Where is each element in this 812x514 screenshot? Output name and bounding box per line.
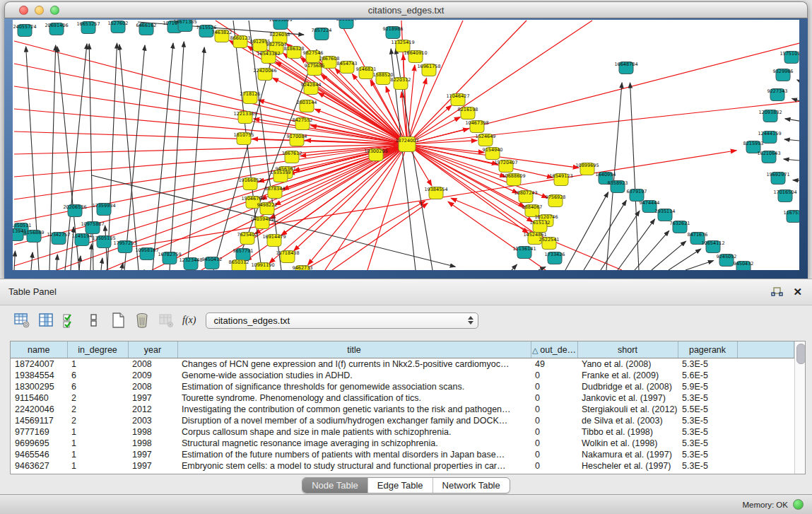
graph-node[interactable]: 2803144	[297, 100, 317, 112]
table-cell[interactable]: Franke et al. (2009)	[577, 370, 678, 381]
table-cell[interactable]: Dudbridge et al. (2008)	[577, 381, 678, 392]
table-cell[interactable]: 1	[67, 460, 128, 472]
table-cell[interactable]: 0	[531, 415, 577, 426]
graph-node[interactable]: 9227343	[767, 88, 788, 101]
graph-node[interactable]: 17016504	[773, 189, 796, 202]
table-cell[interactable]: 1997	[128, 460, 177, 472]
graph-node[interactable]: 6466162	[136, 23, 157, 35]
table-cell[interactable]: 14569117	[11, 415, 67, 426]
graph-node[interactable]: 9657791	[233, 248, 254, 261]
table-settings-icon[interactable]	[13, 311, 31, 329]
graph-node[interactable]: 16653257	[76, 21, 100, 34]
graph-node[interactable]: 9242844	[301, 82, 322, 95]
delete-table-icon[interactable]	[133, 311, 151, 329]
graph-node[interactable]: 2522541	[539, 237, 560, 250]
memory-status-icon[interactable]	[793, 499, 804, 510]
graph-node[interactable]: 16543382	[257, 51, 280, 64]
table-row[interactable]: 911546021997Tourette syndrome. Phenomeno…	[11, 392, 794, 404]
graph-node[interactable]: 12323448	[179, 257, 202, 270]
graph-node[interactable]: 1615132	[530, 220, 551, 233]
graph-node[interactable]: 1527602	[108, 21, 129, 33]
graph-node[interactable]: 8650312	[229, 259, 249, 270]
table-cell[interactable]	[737, 438, 794, 449]
table-row[interactable]: 1456911722003Disruption of a novel membe…	[11, 415, 794, 426]
table-cell[interactable]: 9699695	[11, 438, 67, 449]
table-cell[interactable]: 22420046	[11, 404, 67, 415]
table-cell[interactable]: 0	[531, 438, 577, 449]
table-cell[interactable]: 0	[531, 426, 577, 438]
table-row[interactable]: 1830029562008Estimation of significance …	[11, 381, 794, 392]
table-row[interactable]: 1938455462009Genome-wide association stu…	[11, 370, 794, 381]
table-cell[interactable]: 1	[67, 358, 128, 370]
graph-node[interactable]: 16961758	[417, 64, 440, 76]
graph-node[interactable]: 9170084	[287, 134, 307, 146]
graph-node[interactable]: 7625402	[237, 232, 258, 245]
table-cell[interactable]: 5.5E-5	[678, 404, 737, 415]
table-row[interactable]: 1872400712008Changes of HCN gene express…	[11, 358, 794, 370]
table-cell[interactable]: Structural magnetic resonance image aver…	[177, 438, 531, 449]
graph-node[interactable]: 9450412	[202, 257, 223, 269]
table-cell[interactable]: 0	[531, 404, 577, 415]
table-cell[interactable]: Jankovic et al. (1997)	[577, 392, 678, 404]
graph-node[interactable]: 10654112	[701, 240, 724, 253]
graph-node[interactable]: 1733426	[545, 252, 565, 264]
graph-node[interactable]: 10975887	[81, 221, 104, 234]
graph-node[interactable]: 8220312	[391, 77, 411, 90]
table-cell[interactable]: 5.3E-5	[678, 460, 737, 472]
table-cell[interactable]: 1	[67, 426, 128, 438]
graph-node[interactable]: 1535359	[271, 170, 291, 182]
graph-node[interactable]: 15751074	[779, 51, 799, 64]
table-cell[interactable]	[737, 460, 794, 472]
table-row[interactable]: 946554611997Estimation of the future num…	[11, 449, 794, 460]
table-cell[interactable]: Nakamura et al. (1997)	[577, 449, 678, 460]
table-cell[interactable]: 18300295	[11, 381, 67, 392]
graph-node[interactable]: 9450432	[734, 261, 754, 270]
graph-node[interactable]: 24055724	[13, 24, 36, 37]
table-cell[interactable]: 2	[67, 415, 128, 426]
table-cell[interactable]: 9465546	[11, 449, 67, 460]
graph-node[interactable]: 7632621	[670, 221, 690, 233]
column-header-pagerank[interactable]: pagerank	[678, 341, 737, 358]
table-cell[interactable]: 1997	[128, 449, 177, 460]
table-cell[interactable]: 5.6E-5	[678, 370, 737, 381]
new-table-icon[interactable]	[109, 311, 127, 329]
table-cell[interactable]: 5.9E-5	[678, 381, 737, 392]
column-header-short[interactable]: short	[577, 341, 678, 358]
network-window-titlebar[interactable]: citations_edges.txt	[4, 1, 808, 18]
table-cell[interactable]: de Silva et al. (2003)	[577, 415, 678, 426]
table-cell[interactable]: 2	[67, 404, 128, 415]
table-cell[interactable]: 49	[531, 358, 577, 370]
graph-node[interactable]: 10991190	[251, 262, 274, 270]
graph-node[interactable]: 9218986	[383, 26, 404, 39]
graph-node[interactable]: 16640910	[404, 50, 427, 63]
table-row[interactable]: 946362711997Embryonic stem cells: a mode…	[11, 460, 794, 472]
graph-node[interactable]: 1156869	[24, 230, 45, 243]
graph-node[interactable]: 8454743	[337, 61, 358, 74]
table-cell[interactable]: Hescheler et al. (1997)	[577, 460, 678, 472]
table-cell[interactable]: 9115460	[11, 392, 67, 404]
table-row[interactable]: 977716911998Corpus callosum shape and si…	[11, 426, 794, 438]
graph-node[interactable]: 7857224	[312, 28, 332, 40]
table-row[interactable]: 2242004622012Investigating the contribut…	[11, 404, 794, 415]
table-cell[interactable]: 5.3E-5	[678, 358, 737, 370]
table-cell[interactable]: 0	[531, 460, 577, 472]
graph-node[interactable]: 16033809	[269, 20, 292, 30]
graph-node[interactable]: 8878344	[265, 186, 286, 199]
graph-node[interactable]: 9329966	[773, 69, 794, 81]
table-cell[interactable]: 0	[531, 449, 577, 460]
graph-node[interactable]: 10958167	[135, 247, 158, 260]
graph-node[interactable]: 15692971	[766, 172, 789, 185]
graph-node[interactable]: 16210643	[757, 151, 780, 163]
tab-edge-table[interactable]: Edge Table	[367, 478, 433, 493]
table-cell[interactable]	[737, 449, 794, 460]
table-cell[interactable]: Changes of HCN gene expression and I(f) …	[177, 358, 531, 370]
close-window-icon[interactable]	[19, 6, 28, 15]
table-cell[interactable]: 19384554	[11, 370, 67, 381]
graph-node[interactable]: 9498222	[257, 202, 278, 215]
table-cell[interactable]: 0	[531, 381, 577, 392]
graph-node[interactable]: 2935114	[655, 209, 676, 221]
table-cell[interactable]: Embryonic stem cells: a model to study s…	[177, 460, 531, 472]
graph-node[interactable]: 9175685	[305, 63, 325, 76]
graph-node[interactable]: 15720407	[494, 160, 517, 173]
graph-node[interactable]: 3867612	[282, 151, 302, 163]
